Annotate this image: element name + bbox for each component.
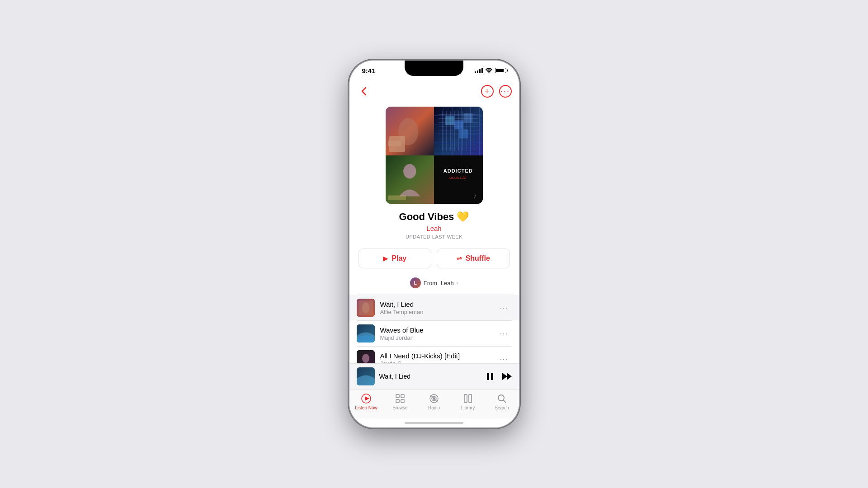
svg-rect-16: [463, 113, 472, 122]
svg-text:ADDICTED: ADDICTED: [443, 168, 473, 174]
play-label: Play: [392, 254, 406, 263]
playlist-artwork: ADDICTED DOJA CAT ♪: [386, 107, 483, 204]
home-indicator: [349, 418, 519, 427]
track-artwork-1: [357, 299, 375, 317]
svg-rect-15: [454, 120, 463, 129]
status-bar: 9:41: [349, 61, 519, 80]
now-playing-controls: [486, 372, 512, 381]
track-artwork-2: [357, 324, 375, 343]
scroll-content[interactable]: + ···: [349, 80, 519, 363]
svg-marker-33: [502, 373, 507, 380]
play-button[interactable]: ▶ Play: [359, 249, 432, 268]
track-more-button-1[interactable]: ···: [496, 301, 511, 314]
tab-listen-now-label: Listen Now: [355, 405, 377, 410]
svg-rect-37: [396, 394, 399, 398]
svg-point-1: [398, 118, 418, 145]
artwork-cell-4: ADDICTED DOJA CAT ♪: [434, 155, 483, 204]
track-name-3: All I Need (DJ-Kicks) [Edit]: [380, 352, 491, 360]
svg-text:DOJA CAT: DOJA CAT: [449, 176, 467, 180]
pause-button[interactable]: [486, 372, 495, 381]
svg-text:♪: ♪: [473, 192, 476, 200]
shuffle-label: Shuffle: [466, 254, 490, 263]
artwork-container: ADDICTED DOJA CAT ♪: [349, 102, 519, 211]
svg-rect-2: [388, 141, 401, 146]
svg-rect-25: [357, 299, 375, 317]
track-item[interactable]: All I Need (DJ-Kicks) [Edit] Jayda G ···: [349, 347, 519, 363]
track-name-2: Waves of Blue: [380, 326, 491, 334]
tab-library-label: Library: [461, 405, 475, 410]
playlist-owner[interactable]: Leah: [359, 225, 510, 232]
svg-rect-3: [434, 107, 483, 155]
tab-library[interactable]: Library: [451, 392, 485, 411]
svg-line-45: [504, 400, 506, 403]
track-list: Wait, I Lied Alfie Templeman ···: [349, 295, 519, 363]
artwork-cell-1: [386, 107, 434, 155]
now-playing-info: Wait, I Lied: [379, 373, 481, 380]
phone-frame: 9:41: [349, 61, 519, 427]
shuffle-button[interactable]: ⇌ Shuffle: [437, 249, 510, 268]
header-nav: + ···: [349, 80, 519, 102]
track-more-button-3[interactable]: ···: [496, 353, 511, 364]
header-actions: + ···: [481, 85, 512, 98]
playlist-info: Good Vibes 💛 Leah UPDATED LAST WEEK: [349, 211, 519, 245]
svg-rect-40: [401, 399, 404, 403]
tab-search[interactable]: Search: [485, 392, 519, 411]
track-item[interactable]: Wait, I Lied Alfie Templeman ···: [349, 295, 519, 320]
svg-rect-32: [491, 373, 493, 380]
signal-bars-icon: [475, 68, 483, 73]
play-icon: ▶: [383, 255, 388, 262]
from-leah-text: From Leah: [424, 280, 454, 286]
back-button[interactable]: [357, 84, 371, 99]
svg-rect-20: [388, 195, 406, 200]
status-icons: [475, 67, 506, 74]
svg-point-44: [498, 395, 504, 401]
tab-bar: Listen Now Browse Radio: [349, 389, 519, 418]
track-artwork-3: [357, 350, 375, 363]
more-options-button[interactable]: ···: [499, 85, 512, 98]
from-leah-link[interactable]: L From Leah ›: [349, 276, 519, 295]
svg-rect-39: [396, 399, 399, 403]
track-artist-2: Majid Jordan: [380, 334, 491, 341]
leah-avatar: L: [410, 277, 421, 288]
track-info-2: Waves of Blue Majid Jordan: [380, 326, 491, 341]
svg-point-29: [362, 354, 369, 363]
action-buttons: ▶ Play ⇌ Shuffle: [349, 245, 519, 276]
status-time: 9:41: [362, 67, 376, 75]
playlist-title: Good Vibes 💛: [359, 211, 510, 223]
svg-marker-34: [507, 373, 512, 380]
shuffle-icon: ⇌: [457, 255, 462, 262]
now-playing-artwork: [357, 367, 375, 385]
tab-radio[interactable]: Radio: [417, 392, 451, 411]
add-to-playlist-button[interactable]: +: [481, 85, 494, 98]
svg-rect-38: [401, 394, 404, 398]
now-playing-title: Wait, I Lied: [379, 373, 481, 380]
phone-screen: 9:41: [349, 61, 519, 427]
svg-marker-36: [365, 396, 369, 401]
track-artist-1: Alfie Templeman: [380, 309, 491, 315]
now-playing-bar[interactable]: Wait, I Lied: [349, 363, 519, 389]
track-artist-3: Jayda G: [380, 360, 491, 364]
artwork-cell-2: [434, 107, 483, 155]
tab-listen-now[interactable]: Listen Now: [349, 392, 383, 411]
svg-rect-31: [487, 373, 489, 380]
tab-search-label: Search: [495, 405, 509, 410]
track-item[interactable]: Waves of Blue Majid Jordan ···: [349, 321, 519, 346]
tab-browse[interactable]: Browse: [383, 392, 417, 411]
skip-forward-button[interactable]: [502, 372, 512, 381]
svg-rect-17: [459, 129, 468, 138]
tab-radio-label: Radio: [428, 405, 440, 410]
svg-rect-14: [445, 116, 454, 125]
track-more-button-2[interactable]: ···: [496, 327, 511, 340]
tab-browse-label: Browse: [392, 405, 407, 410]
battery-icon: [495, 68, 506, 73]
track-info-1: Wait, I Lied Alfie Templeman: [380, 300, 491, 315]
from-leah-chevron-icon: ›: [457, 280, 458, 286]
svg-point-26: [362, 302, 369, 313]
artwork-cell-3: [386, 155, 434, 204]
wifi-icon: [486, 67, 492, 74]
playlist-updated: UPDATED LAST WEEK: [359, 234, 510, 239]
track-name-1: Wait, I Lied: [380, 300, 491, 308]
track-info-3: All I Need (DJ-Kicks) [Edit] Jayda G: [380, 352, 491, 364]
svg-point-19: [403, 164, 416, 178]
notch: [405, 61, 463, 76]
